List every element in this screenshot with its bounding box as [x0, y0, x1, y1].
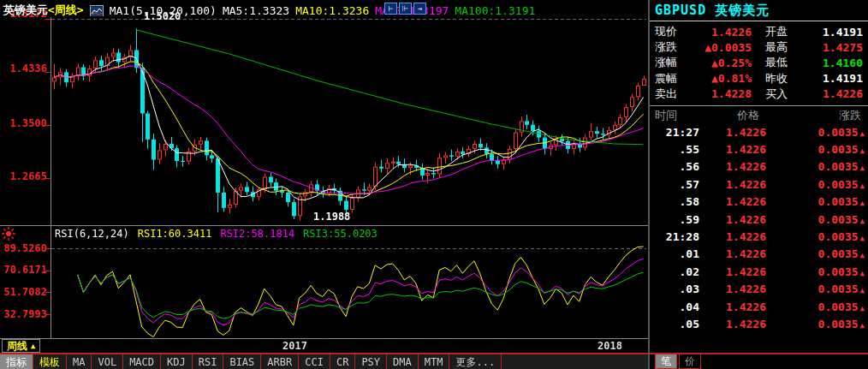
col-time: 时间 — [655, 108, 702, 123]
price-chart-canvas[interactable] — [0, 0, 648, 353]
tick-row[interactable]: 21:281.42260.0035▲ — [655, 228, 865, 245]
open-price: 1.4191 — [788, 26, 863, 39]
field-label: 涨幅 — [655, 55, 689, 70]
rsi-header: RSI(6,12,24) RSI1:60.3411 RSI2:58.1814 R… — [55, 228, 378, 240]
quote-title: GBPUSD 英镑美元 — [650, 0, 868, 21]
tab-macd[interactable]: MACD — [123, 354, 161, 369]
x-axis-label-2018: 2018 — [597, 340, 622, 352]
tab-kdj[interactable]: KDJ — [161, 354, 193, 369]
change-pct: ▲0.25% — [689, 57, 752, 69]
x-axis-label-2017: 2017 — [282, 340, 307, 352]
tab-zhibiao[interactable]: 指标 — [0, 354, 33, 369]
ma-group-label: MA1(5,10,20,100) — [110, 4, 217, 17]
tab-dma[interactable]: DMA — [387, 354, 419, 369]
tick-row[interactable]: .591.42260.0035▲ — [655, 211, 865, 228]
axis-scale-button-2[interactable]: ⊩ — [399, 3, 412, 15]
tick-row[interactable]: .041.42260.0035▲ — [655, 298, 865, 315]
ma5-value: MA5:1.3323 — [223, 4, 289, 17]
ma100-value: MA100:1.3191 — [455, 4, 535, 17]
last-price: 1.4226 — [689, 26, 752, 39]
tick-table-header: 时间 价格 涨跌 — [650, 106, 868, 122]
tab-ma[interactable]: MA — [67, 354, 92, 369]
up-arrow-icon: ▲ — [860, 146, 865, 155]
tick-row[interactable]: .021.42260.0035▲ — [655, 263, 865, 280]
up-arrow-icon: ▲ — [860, 251, 865, 259]
tick-row[interactable]: .031.42260.0035▲ — [655, 280, 865, 297]
rsi2-value: RSI2:58.1814 — [220, 228, 294, 240]
field-label: 买入 — [752, 86, 788, 102]
up-arrow-icon: ▲ — [860, 199, 865, 207]
tick-row[interactable]: 21:271.42260.0035▲ — [655, 123, 865, 140]
change-value: ▲0.0035 — [689, 41, 752, 54]
mini-chart-icon[interactable] — [90, 5, 104, 16]
dropdown-arrow-icon: ▲ — [31, 340, 35, 352]
tab-cr[interactable]: CR — [330, 354, 355, 369]
period-selector[interactable]: 周线 ▲ — [2, 339, 40, 353]
quote-panel: GBPUSD 英镑美元 现价 1.4226 开盘 1.4191 涨跌 ▲0.00… — [648, 0, 868, 369]
tick-row[interactable]: .571.42260.0035▲ — [655, 176, 865, 193]
rsi1-value: RSI1:60.3411 — [138, 228, 212, 240]
x-axis-row: 周线 ▲ 2017 2018 — [0, 339, 648, 353]
rsi-axis-label: 32.7993 — [0, 308, 47, 320]
tab-moban[interactable]: 模板 — [33, 354, 67, 369]
rsi3-value: RSI3:55.0203 — [303, 228, 378, 240]
axis-scale-button-1[interactable]: ⊢ — [384, 3, 397, 15]
up-arrow-icon: ▲ — [860, 234, 865, 242]
quote-grid: 现价 1.4226 开盘 1.4191 涨跌 ▲0.0035 最高 1.4275… — [650, 21, 868, 102]
up-arrow-icon: ▲ — [860, 182, 865, 190]
y-axis-label: 1.2665 — [0, 170, 47, 182]
low-annotation: 1.1988 — [313, 211, 350, 223]
amplitude: ▲0.81% — [689, 72, 752, 85]
tab-vol[interactable]: VOL — [92, 354, 123, 369]
tick-row[interactable]: .051.42260.0035▲ — [655, 315, 865, 332]
tab-more[interactable]: 更多... — [449, 354, 502, 369]
field-label: 卖出 — [655, 86, 689, 102]
tab-jia[interactable]: 价 — [679, 354, 701, 369]
up-arrow-icon: ▲ — [860, 217, 865, 225]
tick-mode-bar: 笔 价 — [650, 353, 868, 369]
col-change: 涨跌 — [794, 108, 861, 123]
prev-close: 1.4191 — [788, 72, 863, 85]
y-axis-label: 1.3500 — [0, 117, 47, 129]
field-label: 最低 — [752, 55, 788, 70]
rsi-axis-label: 89.5260 — [0, 242, 47, 254]
up-arrow-icon: ▲ — [860, 129, 865, 138]
ma10-value: MA10:1.3236 — [295, 4, 369, 17]
tick-row[interactable]: .551.42260.0035▲ — [655, 140, 865, 158]
field-label: 最高 — [752, 39, 788, 55]
up-arrow-icon: ▲ — [860, 321, 865, 330]
field-label: 开盘 — [752, 24, 788, 39]
tab-cci[interactable]: CCI — [299, 354, 330, 369]
tick-row[interactable]: .561.42260.0035▲ — [655, 158, 865, 176]
tick-row[interactable]: .581.42260.0035▲ — [655, 193, 865, 211]
low-price: 1.4160 — [788, 57, 863, 69]
indicator-settings-icon[interactable] — [2, 227, 15, 244]
up-arrow-icon: ▲ — [860, 269, 865, 277]
chart-title-bar: 英镑美元<周线> MA1(5,10,20,100) MA5:1.3323 MA1… — [3, 3, 535, 18]
tick-table: 21:271.42260.0035▲ .551.42260.0035▲ .561… — [650, 122, 868, 333]
axis-toolbar: ⊢ ⊩ ⇥ — [384, 3, 426, 15]
field-label: 涨跌 — [655, 39, 689, 55]
tab-rsi[interactable]: RSI — [193, 354, 224, 369]
bid-price: 1.4226 — [788, 87, 863, 100]
rsi-axis-label: 51.7082 — [0, 286, 47, 298]
trading-terminal: 英镑美元<周线> MA1(5,10,20,100) MA5:1.3323 MA1… — [0, 0, 868, 369]
col-price: 价格 — [702, 108, 794, 123]
tab-bi[interactable]: 笔 — [655, 354, 677, 369]
tab-psy[interactable]: PSY — [355, 354, 387, 369]
tab-bias[interactable]: BIAS — [223, 354, 261, 369]
symbol-name: 英镑美元<周线> — [3, 3, 84, 18]
chart-area: 英镑美元<周线> MA1(5,10,20,100) MA5:1.3323 MA1… — [0, 0, 648, 369]
axis-scale-button-3[interactable]: ⇥ — [413, 3, 426, 15]
tab-arbr[interactable]: ARBR — [261, 354, 299, 369]
field-label: 震幅 — [655, 71, 689, 86]
tick-row[interactable]: .011.42260.0035▲ — [655, 246, 865, 263]
tab-mtm[interactable]: MTM — [419, 354, 450, 369]
up-arrow-icon: ▲ — [860, 304, 865, 312]
up-arrow-icon: ▲ — [860, 164, 865, 172]
high-price: 1.4275 — [788, 41, 863, 54]
indicator-tab-bar: 指标 模板 MA VOL MACD KDJ RSI BIAS ARBR CCI … — [0, 353, 648, 369]
ask-price: 1.4228 — [689, 87, 752, 100]
y-axis-label: 1.4336 — [0, 62, 47, 74]
up-arrow-icon: ▲ — [860, 286, 865, 295]
